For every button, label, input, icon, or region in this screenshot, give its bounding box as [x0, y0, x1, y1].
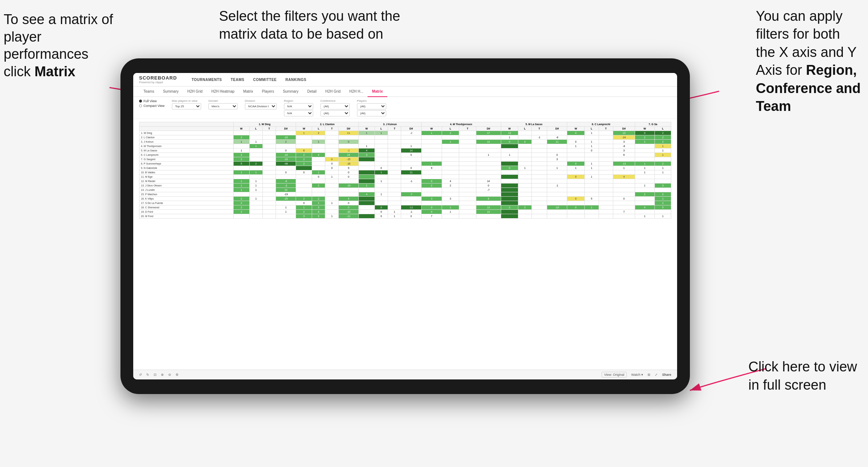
table-row: 4. M Thorbjornsen 1 11 11-6 1 — [139, 144, 671, 148]
filter-players: Players (All) (All) — [357, 99, 386, 116]
col-header-empty — [139, 122, 234, 127]
redo-btn[interactable]: ↻ — [146, 373, 149, 377]
zoom-in-btn[interactable]: ⊕ — [161, 373, 164, 377]
sub-nav-detail[interactable]: Detail — [303, 86, 321, 97]
nav-items: TOURNAMENTS TEAMS COMMITTEE RANKINGS — [192, 78, 306, 82]
table-row: 2. L Clanton 2-16 1-1-6 -24 22 — [139, 135, 671, 140]
zoom-out-btn[interactable]: ⊖ — [168, 373, 171, 377]
col-header-3: 3. J Koivun — [358, 122, 421, 127]
toolbar-left: ↺ ↻ ⊡ ⊕ ⊖ ⚙ — [139, 373, 178, 377]
table-row: 13. J Skov Olesen 11-3 2-19 1 220 -1 13 — [139, 184, 671, 188]
share-btn[interactable]: Share — [662, 373, 671, 377]
table-row: 5. M La Sasso 10 6-1 414 03 1 — [139, 148, 671, 153]
table-row: 14. J Lundin 1110 -7 — [139, 188, 671, 192]
nav-tournaments[interactable]: TOURNAMENTS — [192, 78, 222, 82]
nav-teams[interactable]: TEAMS — [231, 78, 245, 82]
players-select-2[interactable]: (All) — [357, 110, 386, 116]
sub-nav-h2h-heatmap[interactable]: H2H Heatmap — [207, 86, 239, 97]
matrix-content: 1. W Ding 2. L Clanton 3. J Koivun 4. M … — [133, 119, 677, 370]
main-nav: SCOREBOARD Powered by clippd TOURNAMENTS… — [133, 73, 677, 86]
table-row: 11. M Ege 010 014 — [139, 175, 671, 179]
table-row: 3. J Koivun 112 10 113 0411 013 12 — [139, 140, 671, 144]
filter-conference: Conference (All) (All) — [320, 99, 350, 116]
annotation-top-center: Select the filters you want the matrix d… — [219, 7, 409, 43]
annotation-bottom-right: Click here to view in full screen — [748, 358, 857, 394]
sub-nav-summary[interactable]: Summary — [158, 86, 183, 97]
table-row: 8. P Summerhays 52-48 20-16 1 01-13 12 — [139, 162, 671, 166]
table-row: 20. M Ford 331-11 010 7 11 — [139, 214, 671, 219]
filter-division: Division NCAA Division I — [245, 99, 277, 109]
table-row: 12. M Riedel 11-6 1-1 0414 — [139, 179, 671, 184]
col-header-5: 5. M La Sasso — [501, 122, 567, 127]
col-header-7: 7. G Sa — [635, 122, 671, 127]
screen-options-btn[interactable]: ⊞ — [648, 373, 650, 377]
conference-select-2[interactable]: (All) — [320, 110, 350, 116]
conference-select-1[interactable]: (All) — [320, 103, 350, 109]
matrix-table: 1. W Ding 2. L Clanton 3. J Koivun 4. M … — [139, 122, 671, 219]
full-view-option[interactable]: Full View — [139, 99, 165, 103]
zoom-fit-btn[interactable]: ⊡ — [154, 373, 157, 377]
watch-btn[interactable]: Watch ▾ — [631, 373, 643, 377]
division-select[interactable]: NCAA Division I — [245, 103, 277, 109]
sub-nav-matrix[interactable]: Matrix — [239, 86, 257, 97]
table-row: 16. K Vilips 21-25 224 338 050 1 — [139, 197, 671, 201]
table-row: 15. P Maichon -19 41-7 22 — [139, 192, 671, 197]
bottom-toolbar: ↺ ↻ ⊡ ⊕ ⊖ ⚙ View: Original Watch ▾ ⊞ ⤢ S… — [133, 370, 677, 379]
full-view-radio[interactable] — [139, 100, 142, 103]
settings-btn[interactable]: ⚙ — [176, 373, 178, 377]
table-row: 18. C Sherwood 21 130 0-11 0113 22-10 01… — [139, 205, 671, 210]
table-row: 6. C Lamprecht 3-16 2424 30 1 10 6 1 — [139, 153, 671, 157]
filter-gender: Gender Men's — [208, 99, 238, 109]
col-header-1: 1. W Ding — [233, 122, 296, 127]
sub-nav-summary2[interactable]: Summary — [279, 86, 303, 97]
toolbar-right: View: Original Watch ▾ ⊞ ⤢ Share — [602, 372, 671, 378]
table-row: 9. N Gabrelcik 09 00 9 011 111 11 — [139, 166, 671, 170]
subheader-empty — [139, 127, 234, 131]
col-header-6: 6. C Lamprecht — [567, 122, 635, 127]
sub-nav-players[interactable]: Players — [258, 86, 279, 97]
tablet-device: SCOREBOARD Powered by clippd TOURNAMENTS… — [120, 58, 690, 394]
sub-nav-matrix2[interactable]: Matrix — [368, 86, 387, 97]
gender-select[interactable]: Men's — [208, 103, 238, 109]
table-row: 19. D Ford 21 24-20 01-1 0113 7 — [139, 210, 671, 214]
region-select-1[interactable]: N/A — [284, 103, 313, 109]
sub-nav: Teams Summary H2H Grid H2H Heatmap Matri… — [133, 86, 677, 97]
max-players-select[interactable]: Top 25 — [172, 103, 201, 109]
fullscreen-btn[interactable]: ⤢ — [655, 373, 658, 377]
table-row: 1. W Ding 1211 11-2 1217 13 0113 02 — [139, 131, 671, 135]
col-header-4: 4. M Thorbjornsen — [421, 122, 501, 127]
compact-view-option[interactable]: Compact View — [139, 104, 165, 108]
view-options: Full View Compact View — [139, 99, 165, 108]
nav-rankings[interactable]: RANKINGS — [285, 78, 306, 82]
col-header-2: 2. L Clanton — [296, 122, 359, 127]
sub-nav-h2h-grid[interactable]: H2H Grid — [183, 86, 207, 97]
table-row: 17. S De La Fuente 2 0110 2 — [139, 201, 671, 205]
sub-nav-h2hh[interactable]: H2H H... — [345, 86, 368, 97]
annotation-top-left: To see a matrix of player performances c… — [4, 11, 117, 80]
region-select-2[interactable]: N/A — [284, 110, 313, 116]
sub-nav-h2h-grid2[interactable]: H2H Grid — [321, 86, 345, 97]
compact-view-radio[interactable] — [139, 104, 142, 107]
filter-region: Region N/A N/A — [284, 99, 313, 116]
tablet-screen: SCOREBOARD Powered by clippd TOURNAMENTS… — [133, 73, 677, 379]
undo-btn[interactable]: ↺ — [139, 373, 142, 377]
view-original-btn[interactable]: View: Original — [602, 372, 627, 378]
nav-committee[interactable]: COMMITTEE — [253, 78, 277, 82]
table-row: 10. B Valdes 110 010 111 11 — [139, 170, 671, 175]
annotation-top-right: You can apply filters for both the X axi… — [756, 7, 861, 115]
filter-bar: Full View Compact View Max players in vi… — [133, 97, 677, 119]
scoreboard-logo: SCOREBOARD Powered by clippd — [139, 75, 177, 84]
sub-nav-teams[interactable]: Teams — [139, 86, 158, 97]
table-row: 7. G Sargent 2-16 20-15 3 — [139, 157, 671, 162]
players-select-1[interactable]: (All) — [357, 103, 386, 109]
filter-max-players: Max players in view Top 25 — [172, 99, 201, 109]
